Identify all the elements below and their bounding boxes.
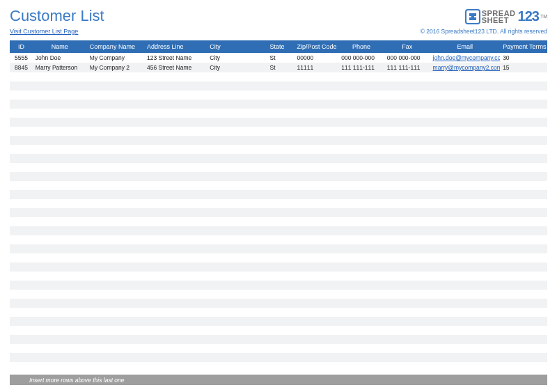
- table-row[interactable]: [10, 317, 547, 326]
- cell-empty[interactable]: [500, 217, 547, 226]
- cell-empty[interactable]: [384, 226, 430, 235]
- cell-empty[interactable]: [384, 272, 430, 281]
- table-row[interactable]: 8845Marry PattersonMy Company 2456 Stree…: [10, 63, 547, 72]
- cell-empty[interactable]: [87, 100, 144, 109]
- cell-empty[interactable]: [295, 72, 339, 81]
- cell-empty[interactable]: [10, 154, 33, 163]
- cell-empty[interactable]: [87, 181, 144, 190]
- table-row[interactable]: [10, 172, 547, 181]
- cell-empty[interactable]: [267, 154, 295, 163]
- cell-empty[interactable]: [500, 91, 547, 100]
- cell-empty[interactable]: [87, 226, 144, 235]
- cell-empty[interactable]: [207, 308, 267, 317]
- cell-empty[interactable]: [10, 109, 33, 118]
- cell-empty[interactable]: [10, 290, 33, 299]
- cell-empty[interactable]: [267, 181, 295, 190]
- cell-state[interactable]: St: [267, 63, 295, 72]
- cell-empty[interactable]: [10, 127, 33, 136]
- cell-empty[interactable]: [295, 362, 339, 371]
- cell-empty[interactable]: [33, 235, 87, 244]
- table-row[interactable]: [10, 344, 547, 353]
- cell-empty[interactable]: [430, 317, 501, 326]
- cell-empty[interactable]: [207, 118, 267, 127]
- cell-empty[interactable]: [33, 317, 87, 326]
- cell-empty[interactable]: [295, 353, 339, 362]
- cell-empty[interactable]: [144, 136, 207, 145]
- cell-empty[interactable]: [500, 308, 547, 317]
- cell-empty[interactable]: [295, 91, 339, 100]
- table-row[interactable]: [10, 81, 547, 91]
- cell-empty[interactable]: [500, 199, 547, 208]
- cell-empty[interactable]: [33, 362, 87, 371]
- cell-empty[interactable]: [207, 136, 267, 145]
- cell-empty[interactable]: [295, 199, 339, 208]
- cell-empty[interactable]: [207, 326, 267, 335]
- cell-empty[interactable]: [295, 109, 339, 118]
- cell-empty[interactable]: [267, 362, 295, 371]
- cell-empty[interactable]: [430, 326, 501, 335]
- cell-empty[interactable]: [144, 253, 207, 262]
- cell-empty[interactable]: [500, 127, 547, 136]
- cell-empty[interactable]: [33, 190, 87, 199]
- cell-empty[interactable]: [338, 308, 384, 317]
- cell-empty[interactable]: [338, 326, 384, 335]
- cell-empty[interactable]: [338, 344, 384, 353]
- cell-empty[interactable]: [87, 199, 144, 208]
- cell-empty[interactable]: [338, 226, 384, 235]
- cell-empty[interactable]: [338, 299, 384, 308]
- cell-empty[interactable]: [500, 181, 547, 190]
- cell-empty[interactable]: [267, 308, 295, 317]
- cell-empty[interactable]: [207, 335, 267, 344]
- cell-empty[interactable]: [33, 326, 87, 335]
- cell-empty[interactable]: [144, 154, 207, 163]
- cell-empty[interactable]: [295, 136, 339, 145]
- cell-empty[interactable]: [207, 244, 267, 253]
- cell-empty[interactable]: [338, 281, 384, 290]
- cell-empty[interactable]: [338, 72, 384, 81]
- table-row[interactable]: [10, 72, 547, 81]
- cell-empty[interactable]: [267, 100, 295, 109]
- cell-empty[interactable]: [384, 308, 430, 317]
- cell-empty[interactable]: [33, 217, 87, 226]
- cell-empty[interactable]: [338, 217, 384, 226]
- cell-empty[interactable]: [500, 172, 547, 181]
- cell-empty[interactable]: [338, 353, 384, 362]
- table-row[interactable]: [10, 308, 547, 317]
- cell-empty[interactable]: [338, 244, 384, 253]
- cell-empty[interactable]: [430, 136, 501, 145]
- cell-empty[interactable]: [144, 235, 207, 244]
- cell-empty[interactable]: [338, 335, 384, 344]
- cell-empty[interactable]: [267, 118, 295, 127]
- cell-empty[interactable]: [267, 145, 295, 154]
- cell-empty[interactable]: [384, 118, 430, 127]
- cell-empty[interactable]: [33, 272, 87, 281]
- cell-empty[interactable]: [295, 190, 339, 199]
- cell-empty[interactable]: [33, 299, 87, 308]
- cell-empty[interactable]: [430, 91, 501, 100]
- cell-empty[interactable]: [384, 281, 430, 290]
- cell-empty[interactable]: [267, 217, 295, 226]
- cell-empty[interactable]: [87, 262, 144, 272]
- cell-empty[interactable]: [33, 145, 87, 154]
- cell-empty[interactable]: [207, 154, 267, 163]
- cell-empty[interactable]: [338, 262, 384, 272]
- cell-empty[interactable]: [207, 109, 267, 118]
- cell-empty[interactable]: [144, 308, 207, 317]
- cell-empty[interactable]: [33, 136, 87, 145]
- cell-empty[interactable]: [295, 154, 339, 163]
- cell-empty[interactable]: [430, 281, 501, 290]
- cell-address[interactable]: 123 Street Name: [144, 53, 207, 63]
- cell-empty[interactable]: [267, 272, 295, 281]
- cell-empty[interactable]: [33, 199, 87, 208]
- cell-empty[interactable]: [33, 163, 87, 172]
- cell-empty[interactable]: [144, 317, 207, 326]
- cell-empty[interactable]: [430, 154, 501, 163]
- cell-empty[interactable]: [87, 253, 144, 262]
- cell-empty[interactable]: [267, 344, 295, 353]
- cell-empty[interactable]: [430, 72, 501, 81]
- cell-empty[interactable]: [10, 262, 33, 272]
- cell-empty[interactable]: [144, 353, 207, 362]
- table-row[interactable]: [10, 244, 547, 253]
- cell-empty[interactable]: [500, 344, 547, 353]
- cell-empty[interactable]: [295, 181, 339, 190]
